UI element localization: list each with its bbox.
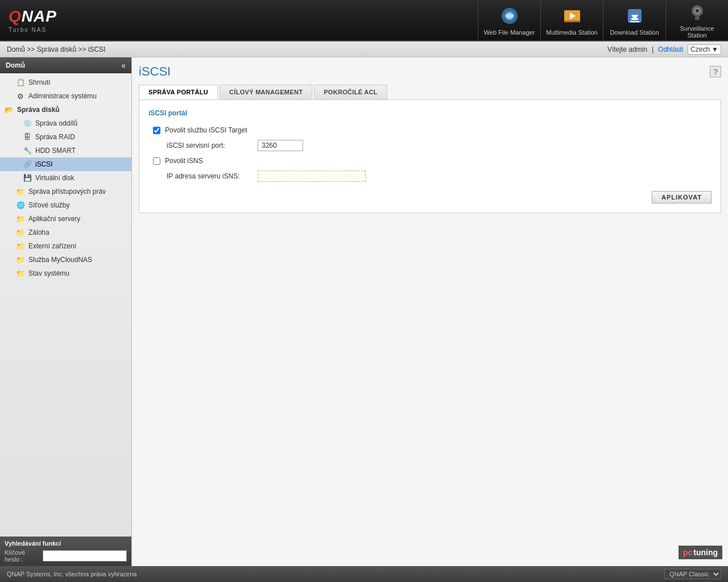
- sidebar-item-sprava-pristupovych[interactable]: Správa přístupových práv: [0, 185, 131, 198]
- tab-acl[interactable]: POKROČILÉ ACL: [314, 85, 387, 99]
- tabs: SPRÁVA PORTÁLU CÍLOVÝ MANAGEMENT POKROČI…: [139, 85, 721, 99]
- web-file-manager-icon: [499, 5, 520, 27]
- web-file-manager-app[interactable]: Web File Manager: [478, 0, 540, 40]
- svg-point-11: [696, 9, 699, 13]
- service-port-label: iSCSI servisní port:: [167, 142, 258, 149]
- sidebar-item-sprava-disku[interactable]: Správa disků: [0, 103, 131, 117]
- folder-icon3: [16, 228, 25, 237]
- service-port-row: iSCSI servisní port:: [148, 140, 712, 151]
- enable-target-row: Povolit službu iSCSI Target: [148, 126, 712, 134]
- hdd-icon: [23, 146, 32, 155]
- folder-icon2: [16, 214, 25, 223]
- sidebar-item-label: Síťové služby: [28, 201, 70, 209]
- sidebar-item-label: Aplikační servery: [28, 215, 80, 223]
- logout-link[interactable]: Odhlásit: [658, 45, 683, 53]
- svg-rect-12: [695, 16, 700, 20]
- enable-target-label[interactable]: Povolit službu iSCSI Target: [165, 126, 247, 134]
- sidebar-item-sitove-sluzby[interactable]: Síťové služby: [0, 198, 131, 212]
- gear-icon: [16, 92, 25, 101]
- enable-isns-checkbox[interactable]: [153, 157, 160, 165]
- service-port-input[interactable]: [258, 140, 303, 151]
- tab-portal[interactable]: SPRÁVA PORTÁLU: [139, 85, 218, 99]
- sidebar-item-label: Správa přístupových práv: [28, 188, 106, 196]
- keyword-label: Klíčové heslo :: [5, 549, 40, 563]
- sidebar-title: Domů: [6, 61, 25, 69]
- language-label: Czech: [690, 45, 710, 53]
- language-selector[interactable]: Czech ▼: [688, 44, 721, 55]
- sidebar-item-label: HDD SMART: [35, 147, 76, 155]
- sidebar-item-label: Shrnutí: [28, 78, 51, 86]
- welcome-text: Vítejte admin: [607, 45, 647, 53]
- search-row: Klíčové heslo :: [5, 549, 127, 563]
- download-station-app[interactable]: Download Station: [603, 0, 665, 40]
- sidebar-item-externi-zarizeni[interactable]: Externí zařízení: [0, 239, 131, 253]
- content: iSCSI ? SPRÁVA PORTÁLU CÍLOVÝ MANAGEMENT…: [132, 57, 728, 566]
- chevron-down-icon: ▼: [712, 45, 718, 53]
- search-input[interactable]: [43, 550, 127, 562]
- sidebar-item-label: Virtuální disk: [35, 174, 74, 182]
- surveillance-station-app[interactable]: Surveillance Station: [665, 0, 728, 40]
- isns-ip-label: IP adresa serveru iSNS:: [167, 172, 258, 180]
- sidebar: Domů « Shrnutí Adiministrace systému Spr…: [0, 57, 132, 566]
- sidebar-item-administrace[interactable]: Adiministrace systému: [0, 89, 131, 103]
- raid-icon: [23, 132, 32, 142]
- panel: iSCSI portál Povolit službu iSCSI Target…: [139, 99, 721, 213]
- sidebar-item-iscsi[interactable]: iSCSI: [0, 157, 131, 171]
- logo-area: QNAP Turbo NAS: [0, 7, 91, 33]
- surveillance-station-label: Surveillance Station: [671, 25, 723, 39]
- sidebar-item-label: Správa RAID: [35, 133, 75, 141]
- svg-rect-7: [631, 18, 638, 20]
- sidebar-item-stav-systemu[interactable]: Stav systému: [0, 267, 131, 280]
- section-title: iSCSI portál: [148, 109, 712, 119]
- breadcrumb-bar: Domů >> Správa disků >> iSCSI Vítejte ad…: [0, 41, 728, 57]
- svg-rect-8: [630, 21, 639, 22]
- theme-selector[interactable]: QNAP Classic Modern: [664, 569, 721, 579]
- folder-open-icon: [5, 105, 14, 114]
- sidebar-nav: Shrnutí Adiministrace systému Správa dis…: [0, 73, 131, 537]
- tab-target[interactable]: CÍLOVÝ MANAGEMENT: [220, 85, 312, 99]
- isns-ip-input[interactable]: [258, 171, 366, 182]
- breadcrumb: Domů >> Správa disků >> iSCSI: [7, 45, 105, 53]
- sidebar-item-sprava-raid[interactable]: Správa RAID: [0, 130, 131, 144]
- page-title-row: iSCSI ?: [139, 64, 721, 79]
- surveillance-station-icon: [686, 2, 708, 23]
- vdisk-icon: [23, 173, 32, 182]
- sidebar-collapse-button[interactable]: «: [121, 61, 126, 70]
- copyright-text: QNAP Systems, Inc. všechna práva vyhraze…: [7, 571, 136, 577]
- main-layout: Domů « Shrnutí Adiministrace systému Spr…: [0, 57, 728, 566]
- sidebar-item-label: Správa oddílů: [35, 119, 77, 127]
- sidebar-item-sluzba-mycloudnas[interactable]: Služba MyCloudNAS: [0, 253, 131, 267]
- folder-icon: [16, 187, 25, 196]
- sidebar-item-virtualni-disk[interactable]: Virtuální disk: [0, 171, 131, 185]
- sidebar-item-label: Správa disků: [17, 106, 60, 114]
- help-button[interactable]: ?: [710, 66, 721, 77]
- multimedia-station-icon: [561, 5, 583, 27]
- sidebar-search: Vyhledávání funkcí Klíčové heslo :: [0, 537, 131, 566]
- enable-isns-label[interactable]: Povolit iSNS: [165, 157, 203, 165]
- enable-isns-row: Povolit iSNS: [148, 157, 712, 165]
- sidebar-item-label: Služba MyCloudNAS: [28, 256, 92, 264]
- footer-right: QNAP Classic Modern: [664, 569, 721, 579]
- enable-target-checkbox[interactable]: [153, 127, 160, 134]
- apply-button[interactable]: APLIKOVAT: [652, 191, 712, 203]
- summary-icon: [16, 78, 25, 87]
- isns-ip-row: IP adresa serveru iSNS:: [148, 171, 712, 182]
- network-icon: [16, 201, 25, 210]
- user-bar: Vítejte admin | Odhlásit Czech ▼: [607, 44, 721, 55]
- sidebar-item-aplikacni-servery[interactable]: Aplikační servery: [0, 212, 131, 226]
- sidebar-item-zaloha[interactable]: Záloha: [0, 226, 131, 239]
- sidebar-item-shrnuti[interactable]: Shrnutí: [0, 76, 131, 89]
- search-label: Vyhledávání funkcí: [5, 540, 127, 547]
- logo-sub: Turbo NAS: [9, 27, 91, 33]
- multimedia-station-app[interactable]: Multimedia Station: [540, 0, 603, 40]
- sidebar-item-sprava-oddilu[interactable]: Správa oddílů: [0, 117, 131, 130]
- sidebar-item-label: Adiministrace systému: [28, 92, 97, 100]
- apply-row: APLIKOVAT: [148, 191, 712, 203]
- folder-icon4: [16, 242, 25, 251]
- download-station-label: Download Station: [610, 29, 659, 36]
- header: QNAP Turbo NAS Web File Manager M: [0, 0, 728, 41]
- disk-icon: [23, 119, 32, 128]
- folder-icon6: [16, 269, 25, 278]
- sidebar-item-hdd-smart[interactable]: HDD SMART: [0, 144, 131, 157]
- iscsi-icon: [23, 160, 32, 169]
